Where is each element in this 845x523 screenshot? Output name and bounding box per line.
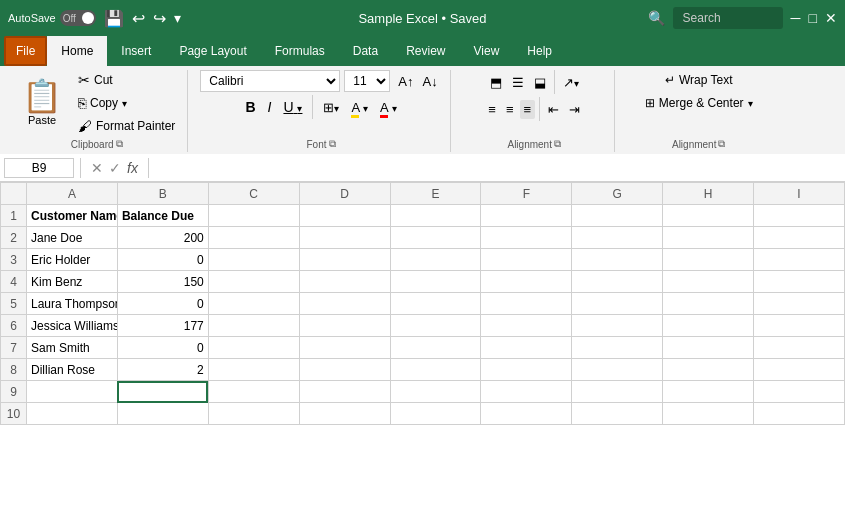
cell-a8[interactable]: Dillian Rose (27, 359, 118, 381)
cell-b3[interactable]: 0 (117, 249, 208, 271)
cell-f8[interactable] (481, 359, 572, 381)
col-header-f[interactable]: F (481, 183, 572, 205)
cell-c7[interactable] (208, 337, 299, 359)
cell-e3[interactable] (390, 249, 481, 271)
cut-button[interactable]: ✂ Cut (74, 70, 179, 90)
cell-g2[interactable] (572, 227, 663, 249)
cell-b7[interactable]: 0 (117, 337, 208, 359)
cell-d3[interactable] (299, 249, 390, 271)
cell-d6[interactable] (299, 315, 390, 337)
save-icon[interactable]: 💾 (104, 9, 124, 28)
customize-icon[interactable]: ▾ (174, 10, 181, 26)
tab-home[interactable]: Home (47, 36, 107, 66)
wrap-text-button[interactable]: ↵ Wrap Text (659, 70, 739, 90)
align-top-button[interactable]: ⬒ (486, 73, 506, 92)
font-expand-icon[interactable]: ⧉ (329, 138, 336, 150)
cell-e10[interactable] (390, 403, 481, 425)
cell-a3[interactable]: Eric Holder (27, 249, 118, 271)
cell-f3[interactable] (481, 249, 572, 271)
merge-chevron[interactable] (748, 96, 753, 110)
cell-h5[interactable] (663, 293, 754, 315)
cell-i10[interactable] (754, 403, 845, 425)
tab-review[interactable]: Review (392, 36, 459, 66)
autosave-toggle[interactable]: Off (60, 10, 96, 26)
close-icon[interactable]: ✕ (825, 10, 837, 26)
cell-c10[interactable] (208, 403, 299, 425)
cell-i6[interactable] (754, 315, 845, 337)
cell-e7[interactable] (390, 337, 481, 359)
cell-a10[interactable] (27, 403, 118, 425)
tab-data[interactable]: Data (339, 36, 392, 66)
cell-f4[interactable] (481, 271, 572, 293)
cell-i5[interactable] (754, 293, 845, 315)
cell-f10[interactable] (481, 403, 572, 425)
cell-a4[interactable]: Kim Benz (27, 271, 118, 293)
row-header-9[interactable]: 9 (1, 381, 27, 403)
cell-h6[interactable] (663, 315, 754, 337)
cell-e5[interactable] (390, 293, 481, 315)
tab-file[interactable]: File (4, 36, 47, 66)
cell-b9[interactable] (117, 381, 208, 403)
underline-button[interactable]: U (279, 97, 306, 117)
row-header-8[interactable]: 8 (1, 359, 27, 381)
align-center-button[interactable]: ≡ (502, 100, 518, 119)
cell-i1[interactable] (754, 205, 845, 227)
cell-f7[interactable] (481, 337, 572, 359)
cell-h3[interactable] (663, 249, 754, 271)
cell-d2[interactable] (299, 227, 390, 249)
formula-cancel-icon[interactable]: ✕ (91, 160, 103, 176)
alignment-expand-icon[interactable]: ⧉ (554, 138, 561, 150)
cell-i2[interactable] (754, 227, 845, 249)
col-header-c[interactable]: C (208, 183, 299, 205)
cell-g7[interactable] (572, 337, 663, 359)
increase-font-size-button[interactable]: A↑ (394, 72, 417, 91)
restore-icon[interactable]: □ (809, 10, 817, 26)
col-header-h[interactable]: H (663, 183, 754, 205)
font-size-selector[interactable]: 11 (344, 70, 390, 92)
row-header-5[interactable]: 5 (1, 293, 27, 315)
cell-b8[interactable]: 2 (117, 359, 208, 381)
cell-d8[interactable] (299, 359, 390, 381)
col-header-i[interactable]: I (754, 183, 845, 205)
row-header-2[interactable]: 2 (1, 227, 27, 249)
bold-button[interactable]: B (241, 97, 259, 117)
cell-c8[interactable] (208, 359, 299, 381)
cell-h10[interactable] (663, 403, 754, 425)
cell-e8[interactable] (390, 359, 481, 381)
cell-d9[interactable] (299, 381, 390, 403)
cell-i8[interactable] (754, 359, 845, 381)
row-header-1[interactable]: 1 (1, 205, 27, 227)
cell-h2[interactable] (663, 227, 754, 249)
italic-button[interactable]: I (264, 97, 276, 117)
cell-b10[interactable] (117, 403, 208, 425)
cell-g10[interactable] (572, 403, 663, 425)
cell-c5[interactable] (208, 293, 299, 315)
spreadsheet[interactable]: A B C D E F G H I 1Customer NameBalance … (0, 182, 845, 521)
cell-e4[interactable] (390, 271, 481, 293)
search-input[interactable] (673, 7, 783, 29)
col-header-d[interactable]: D (299, 183, 390, 205)
cell-d5[interactable] (299, 293, 390, 315)
cell-d4[interactable] (299, 271, 390, 293)
cell-d7[interactable] (299, 337, 390, 359)
minimize-icon[interactable]: ─ (791, 10, 801, 26)
cell-h1[interactable] (663, 205, 754, 227)
copy-chevron[interactable] (122, 96, 127, 110)
row-header-6[interactable]: 6 (1, 315, 27, 337)
cell-a2[interactable]: Jane Doe (27, 227, 118, 249)
cell-c4[interactable] (208, 271, 299, 293)
row-header-3[interactable]: 3 (1, 249, 27, 271)
align-left-button[interactable]: ≡ (484, 100, 500, 119)
cell-i3[interactable] (754, 249, 845, 271)
row-header-4[interactable]: 4 (1, 271, 27, 293)
cell-a5[interactable]: Laura Thompson (27, 293, 118, 315)
copy-button[interactable]: ⎘ Copy (74, 93, 179, 113)
tab-insert[interactable]: Insert (107, 36, 165, 66)
cell-e9[interactable] (390, 381, 481, 403)
cell-c9[interactable] (208, 381, 299, 403)
cell-b1[interactable]: Balance Due (117, 205, 208, 227)
cell-b6[interactable]: 177 (117, 315, 208, 337)
cell-a7[interactable]: Sam Smith (27, 337, 118, 359)
row-header-7[interactable]: 7 (1, 337, 27, 359)
cell-i4[interactable] (754, 271, 845, 293)
